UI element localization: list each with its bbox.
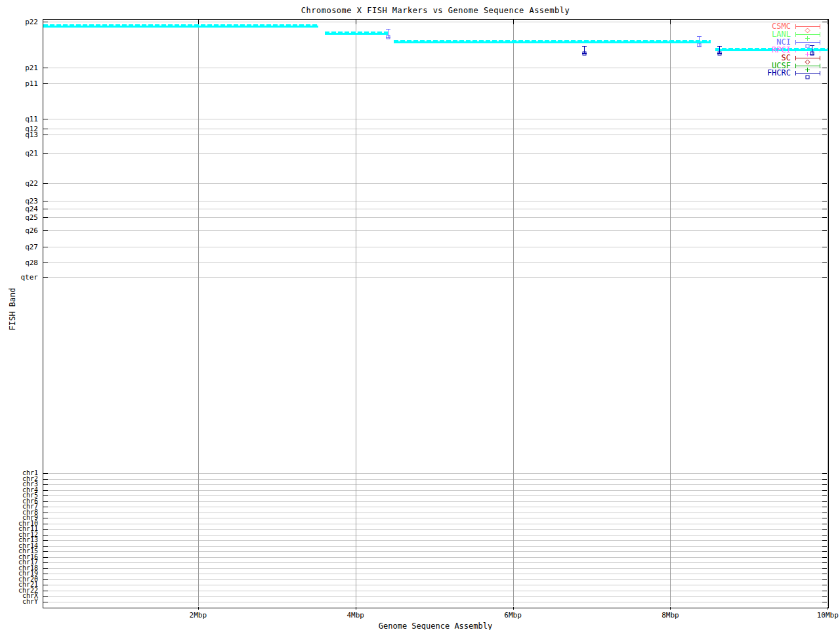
band-q25-tick-right: [822, 217, 827, 218]
row-chr10-tick-left: [43, 524, 48, 524]
legend-label-FHCRC: FHCRC: [712, 69, 791, 77]
legend-cap-left-UCSF: [795, 64, 796, 68]
row-chr2-tick-right: [822, 479, 827, 480]
band-q28-gridline: [43, 262, 827, 263]
row-chrY-tick-right: [822, 602, 827, 602]
row-chr7-tick-left: [43, 507, 48, 507]
point-FHCRC-1-marker: [581, 47, 587, 52]
row-chrY-label: chrY: [1, 599, 38, 604]
band-q24-tick-right: [822, 209, 827, 209]
row-chr15-tick-right: [822, 551, 827, 552]
legend-cap-right-LANL: [820, 32, 820, 37]
row-chr1-tick-right: [822, 473, 827, 474]
row-chr15-gridline: [43, 551, 827, 552]
row-chr8-gridline: [43, 513, 827, 513]
band-qter-gridline: [43, 277, 827, 278]
row-chr13-gridline: [43, 540, 827, 541]
xgrid-4Mbp: [356, 20, 356, 606]
legend-marker-FHCRC: [805, 70, 810, 76]
band-q28-tick-left: [43, 262, 48, 263]
band-q22-tick-right: [822, 183, 827, 184]
band-q23-gridline: [43, 201, 827, 201]
row-chr22-gridline: [43, 591, 827, 591]
band-q11-tick-left: [43, 119, 48, 119]
band-q13-tick-left: [43, 135, 48, 135]
band-q26-gridline: [43, 230, 827, 231]
band-q23-label: q23: [1, 198, 38, 205]
band-p21-gridline: [43, 68, 827, 68]
legend-marker-LANL: [805, 32, 810, 37]
band-q26-label: q26: [1, 227, 38, 234]
row-chr14-tick-right: [822, 546, 827, 547]
row-chr13-tick-right: [822, 540, 827, 541]
series-assembly-band-path-segment-1: [43, 24, 318, 28]
band-q11-label: q11: [1, 116, 38, 123]
row-chr11-gridline: [43, 529, 827, 530]
xtick-label-10Mbp: 10Mbp: [801, 611, 840, 620]
row-chrY-gridline: [43, 602, 827, 602]
row-chr10-gridline: [43, 524, 827, 524]
band-qter-tick-right: [822, 277, 827, 278]
row-chrY-tick-left: [43, 602, 48, 602]
row-chr18-tick-right: [822, 568, 827, 569]
xgrid-8Mbp: [670, 20, 671, 606]
band-q11-gridline: [43, 119, 827, 119]
row-chr3-tick-left: [43, 484, 48, 485]
row-chr6-tick-right: [822, 501, 827, 502]
row-chr3-gridline: [43, 484, 827, 485]
xtick-top-6Mbp: [513, 20, 514, 24]
row-chr7-gridline: [43, 507, 827, 507]
band-qter-tick-left: [43, 277, 48, 278]
band-q28-label: q28: [1, 259, 38, 266]
xtick-bottom-6Mbp: [513, 607, 514, 610]
row-chr16-tick-right: [822, 557, 827, 558]
row-chr19-tick-right: [822, 574, 827, 574]
legend-cap-left-FHCRC: [795, 71, 796, 75]
band-q11-tick-right: [822, 119, 827, 119]
band-p21-label: p21: [1, 64, 38, 72]
band-qter-label: qter: [1, 274, 38, 281]
band-q24-label: q24: [1, 205, 38, 213]
row-chr5-tick-left: [43, 495, 48, 496]
band-q25-label: q25: [1, 214, 38, 221]
legend-cap-left-SC: [795, 56, 796, 60]
band-q24-tick-left: [43, 209, 48, 209]
xtick-label-2Mbp: 2Mbp: [172, 611, 224, 620]
row-chr3-tick-right: [822, 484, 827, 485]
xtick-bottom-4Mbp: [356, 607, 356, 610]
band-q25-gridline: [43, 217, 827, 218]
legend-cap-left-CSMC: [795, 24, 796, 29]
band-q23-tick-right: [822, 201, 827, 201]
row-chr21-gridline: [43, 585, 827, 585]
legend-cap-left-NCI: [795, 40, 796, 45]
band-p22-gridline: [43, 22, 827, 22]
row-chr18-gridline: [43, 568, 827, 569]
band-p21-tick-right: [822, 68, 827, 68]
band-q13-tick-right: [822, 135, 827, 135]
row-chr4-tick-right: [822, 490, 827, 491]
legend-cap-right-CSMC: [820, 24, 820, 29]
row-chr17-gridline: [43, 562, 827, 563]
row-chr15-tick-left: [43, 551, 48, 552]
band-q28-tick-right: [822, 262, 827, 263]
xtick-bottom-8Mbp: [670, 607, 671, 610]
point-NCI-1-cap-top: [386, 29, 390, 30]
band-q26-tick-right: [822, 230, 827, 231]
band-q22-gridline: [43, 183, 827, 184]
legend-marker-UCSF: [805, 63, 810, 69]
point-NCI-1-marker: [385, 30, 391, 36]
band-q24-gridline: [43, 209, 827, 209]
row-chr11-tick-right: [822, 529, 827, 530]
plot-frame: [43, 19, 829, 608]
band-q13-gridline: [43, 135, 827, 135]
row-chr21-tick-left: [43, 585, 48, 585]
row-chr12-tick-right: [822, 535, 827, 536]
band-q12-tick-left: [43, 129, 48, 129]
row-chr5-tick-right: [822, 495, 827, 496]
band-p22-label: p22: [1, 18, 38, 26]
xtick-label-6Mbp: 6Mbp: [487, 611, 539, 620]
band-q12-tick-right: [822, 129, 827, 129]
row-chr20-gridline: [43, 579, 827, 580]
band-q13-label: q13: [1, 131, 38, 138]
row-chr16-tick-left: [43, 557, 48, 558]
